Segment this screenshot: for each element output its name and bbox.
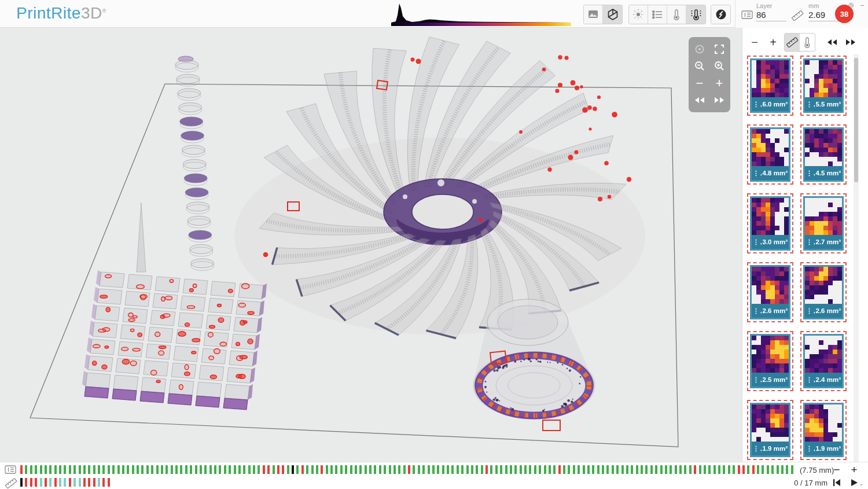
drag-handle-icon[interactable]: ⋮ (753, 170, 759, 176)
layer-tick[interactable] (771, 465, 774, 474)
layer-tick[interactable] (738, 465, 740, 474)
layer-tick[interactable] (505, 465, 507, 474)
scrollbar-thumb[interactable] (854, 58, 858, 182)
layer-tick[interactable] (689, 465, 692, 474)
layer-tick[interactable] (490, 465, 492, 474)
layer-tick[interactable] (791, 465, 793, 474)
defect-thumbnail[interactable]: ⋮ 2.6 mm³ (747, 262, 793, 322)
layer-tick[interactable] (296, 465, 299, 474)
layer-tick[interactable] (544, 465, 546, 474)
layer-tick[interactable] (384, 465, 386, 474)
layer-tick[interactable] (88, 465, 90, 474)
layer-tick[interactable] (311, 465, 314, 474)
layer-tick[interactable] (209, 465, 212, 474)
build-tick[interactable] (73, 478, 76, 487)
defect-thumbnail[interactable]: ⋮ 2.7 mm³ (800, 193, 847, 253)
layer-tick[interactable] (398, 465, 400, 474)
layer-tick[interactable] (636, 465, 638, 474)
layer-tick[interactable] (25, 465, 27, 474)
size-increase-button[interactable]: + (766, 34, 781, 51)
layer-tick[interactable] (471, 465, 473, 474)
sidebar-scrollbar[interactable] (854, 54, 859, 462)
layer-tick[interactable] (243, 465, 245, 474)
layer-tick[interactable] (277, 465, 279, 474)
layer-tick[interactable] (350, 465, 352, 474)
layer-tick[interactable] (335, 465, 337, 474)
layer-tick[interactable] (495, 465, 498, 474)
layer-tick[interactable] (553, 465, 556, 474)
build-tick[interactable] (30, 478, 32, 487)
center-view-button[interactable] (692, 42, 708, 57)
layer-tick[interactable] (98, 465, 100, 474)
layer-tick[interactable] (655, 465, 657, 474)
layer-tick[interactable] (568, 465, 570, 474)
layer-tick[interactable] (83, 465, 86, 474)
drag-handle-icon[interactable]: ⋮ (753, 101, 759, 107)
layer-tick[interactable] (379, 465, 381, 474)
layer-tick[interactable] (520, 465, 522, 474)
step-back-button[interactable] (692, 93, 708, 108)
layer-tick[interactable] (650, 465, 653, 474)
layer-tick[interactable] (457, 465, 459, 474)
drag-handle-icon[interactable]: ⋮ (806, 170, 812, 176)
layer-tick[interactable] (660, 465, 663, 474)
layer-tick[interactable] (578, 465, 580, 474)
defect-thumbnail[interactable]: ⋮ 4.8 mm³ (747, 124, 793, 185)
page-forward-button[interactable] (843, 34, 858, 51)
layer-tick[interactable] (442, 465, 444, 474)
zoom-in-button[interactable] (711, 58, 727, 73)
drag-handle-icon[interactable]: ⋮ (806, 239, 812, 245)
layer-tick[interactable] (645, 465, 648, 474)
layer-tick[interactable] (549, 465, 551, 474)
layer-tick[interactable] (514, 465, 517, 474)
defect-thumbnail[interactable]: ⋮ 5.5 mm³ (800, 56, 847, 116)
image-view-button[interactable] (584, 5, 603, 24)
skip-to-start-button[interactable] (830, 476, 844, 489)
build-tick[interactable] (20, 478, 23, 487)
build-tick[interactable] (25, 478, 27, 487)
fullscreen-button[interactable] (711, 42, 727, 57)
layer-tick[interactable] (321, 465, 323, 474)
layer-tick[interactable] (762, 465, 764, 474)
layer-tick[interactable] (573, 465, 575, 474)
defect-thumbnail[interactable]: ⋮ 2.4 mm³ (800, 331, 847, 391)
thermometer-button[interactable] (667, 5, 686, 24)
layer-tick[interactable] (287, 465, 289, 474)
layer-tick[interactable] (447, 465, 449, 474)
layer-tick[interactable] (534, 465, 536, 474)
layer-tick[interactable] (365, 465, 367, 474)
build-tick[interactable] (64, 478, 66, 487)
intensity-histogram[interactable] (391, 1, 572, 29)
target-icon[interactable]: ◎ (848, 1, 854, 9)
mm-field-input[interactable]: 2.69 (808, 10, 838, 21)
drag-handle-icon[interactable]: ⋮ (753, 446, 759, 451)
layer-tick[interactable] (510, 465, 512, 474)
layer-tick[interactable] (59, 465, 61, 474)
layer-tick[interactable] (583, 465, 585, 474)
layer-tick[interactable] (117, 465, 120, 474)
layer-tick[interactable] (73, 465, 76, 474)
layer-tick[interactable] (529, 465, 531, 474)
layer-tick[interactable] (728, 465, 730, 474)
layer-up-button[interactable]: + (711, 76, 727, 91)
chevron-down-icon[interactable]: ⌄ (859, 480, 864, 487)
layer-tick[interactable] (437, 465, 439, 474)
layer-tick[interactable] (204, 465, 207, 474)
layer-tick[interactable] (403, 465, 406, 474)
defect-thumbnail[interactable]: ⋮ 2.6 mm³ (800, 262, 847, 322)
layer-tick[interactable] (185, 465, 187, 474)
build-tick[interactable] (79, 478, 81, 487)
layer-tick[interactable] (49, 465, 52, 474)
layer-tick[interactable] (428, 465, 430, 474)
layer-tick[interactable] (539, 465, 541, 474)
layer-tick[interactable] (253, 465, 255, 474)
layer-tick[interactable] (330, 465, 333, 474)
layer-tick[interactable] (132, 465, 134, 474)
layer-tick[interactable] (200, 465, 202, 474)
drag-handle-icon[interactable]: ⋮ (806, 377, 812, 383)
layer-tick-strip[interactable] (20, 465, 796, 476)
layer-tick[interactable] (122, 465, 124, 474)
layer-tick[interactable] (273, 465, 275, 474)
build-viewport-3d[interactable] (0, 28, 742, 462)
layer-tick[interactable] (616, 465, 619, 474)
